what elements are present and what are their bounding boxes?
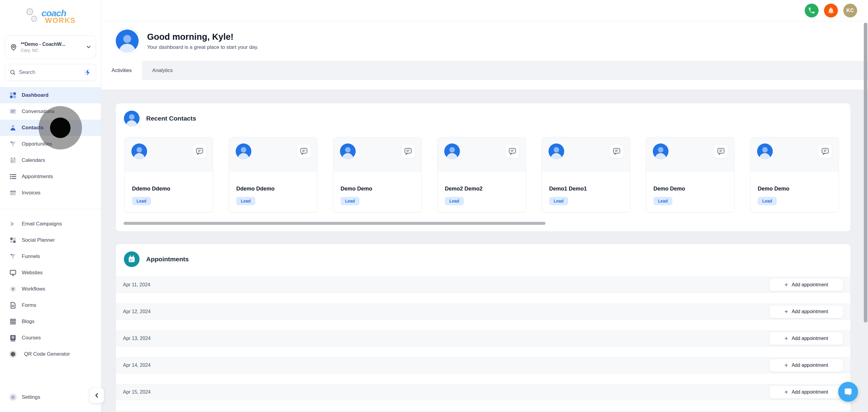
add-appointment-button[interactable]: +Add appointment — [769, 332, 843, 345]
contact-avatar — [131, 144, 147, 159]
logo-coach-text: coach — [41, 9, 76, 17]
sidebar-item-dashboard[interactable]: Dashboard — [0, 87, 101, 103]
contact-card[interactable]: Demo Demo Lead — [646, 137, 735, 213]
add-appointment-label: Add appointment — [792, 362, 828, 368]
tab-activities[interactable]: Activities — [101, 61, 142, 80]
contact-avatar — [444, 144, 460, 159]
topbar: KC — [101, 0, 868, 21]
horizontal-scrollbar[interactable] — [124, 222, 546, 225]
sidebar-item-label: Email Campaigns — [22, 221, 62, 227]
phone-icon — [808, 7, 815, 14]
user-avatar[interactable]: KC — [843, 4, 857, 18]
contact-card[interactable]: Demo1 Demo1 Lead — [541, 137, 630, 213]
appointment-date: Apr 12, 2024 — [123, 309, 151, 314]
add-appointment-button[interactable]: +Add appointment — [769, 278, 843, 291]
sidebar-item-label: Social Planner — [22, 237, 55, 243]
location-city: Cary, NC — [21, 48, 83, 53]
chat-bubble-icon — [195, 147, 204, 156]
contact-card[interactable]: Demo2 Demo2 Lead — [437, 137, 526, 213]
status-badge: Lead — [549, 197, 568, 205]
message-contact-button[interactable] — [192, 144, 207, 159]
qr-burst-icon — [9, 350, 17, 358]
location-name: **Demo - CoachW... — [21, 41, 83, 47]
phone-button[interactable] — [805, 4, 818, 18]
message-contact-button[interactable] — [818, 144, 832, 159]
vertical-scrollbar[interactable] — [864, 23, 867, 322]
sidebar-item-calendars[interactable]: Calendars — [0, 152, 101, 168]
chat-bubble-icon — [404, 147, 412, 156]
plus-icon: + — [784, 282, 788, 288]
sidebar-item-label: Settings — [22, 394, 40, 400]
sidebar: ⚙⚙ coach WORKS **Demo - CoachW... Cary, … — [0, 0, 101, 412]
sidebar-item-label: Websites — [22, 270, 43, 276]
contact-card[interactable]: Demo Demo Lead — [750, 137, 839, 213]
sidebar-item-label: Contacts — [22, 125, 44, 131]
message-contact-button[interactable] — [714, 144, 728, 159]
sidebar-item-blogs[interactable]: Blogs — [0, 313, 101, 330]
nav-divider — [0, 209, 101, 209]
add-appointment-label: Add appointment — [792, 309, 828, 314]
add-appointment-label: Add appointment — [792, 336, 828, 341]
sidebar-item-forms[interactable]: Forms — [0, 297, 101, 313]
recent-contacts-panel: Recent Contacts Ddemo Ddemo Lead Ddemo D… — [116, 103, 850, 231]
funnel-icon — [9, 140, 17, 148]
sidebar-item-appointments[interactable]: Appointments — [0, 168, 101, 185]
plus-icon: + — [784, 389, 788, 395]
chat-bubble-icon — [821, 147, 830, 156]
contact-name: Demo Demo — [758, 186, 838, 192]
sidebar-item-funnels[interactable]: Funnels — [0, 248, 101, 265]
sidebar-item-opportunities[interactable]: Opportunities — [0, 136, 101, 152]
status-badge: Lead — [445, 197, 464, 205]
sidebar-item-contacts[interactable]: Contacts — [0, 120, 101, 136]
notifications-button[interactable] — [824, 4, 838, 18]
contact-card[interactable]: Ddemo Ddemo Lead — [124, 137, 213, 213]
contact-card[interactable]: Ddemo Ddemo Lead — [229, 137, 317, 213]
monitor-icon — [9, 269, 17, 277]
sidebar-item-label: Blogs — [22, 319, 35, 325]
sidebar-item-label: Courses — [22, 335, 41, 341]
add-appointment-button[interactable]: +Add appointment — [769, 385, 843, 399]
contact-name: Ddemo Ddemo — [236, 186, 317, 192]
sidebar-item-email-campaigns[interactable]: Email Campaigns — [0, 216, 101, 232]
grid-icon — [9, 236, 17, 244]
book-globe-icon — [9, 334, 17, 342]
sidebar-item-conversations[interactable]: Conversations — [0, 103, 101, 120]
quick-actions-bolt-icon[interactable] — [84, 68, 92, 76]
status-badge: Lead — [132, 197, 151, 205]
sidebar-collapse-button[interactable] — [89, 388, 104, 403]
add-appointment-label: Add appointment — [792, 282, 828, 288]
sidebar-item-settings[interactable]: Settings — [0, 389, 101, 405]
chat-widget-icon — [843, 387, 853, 397]
chat-widget-button[interactable] — [838, 382, 858, 402]
sidebar-item-label: Funnels — [22, 253, 40, 259]
message-contact-button[interactable] — [401, 144, 415, 159]
status-badge: Lead — [653, 197, 673, 205]
contact-card[interactable]: Demo Demo Lead — [333, 137, 422, 213]
sidebar-nav: Dashboard Conversations Contacts Opportu… — [0, 87, 101, 362]
sidebar-item-invoices[interactable]: Invoices — [0, 185, 101, 201]
message-contact-button[interactable] — [610, 144, 624, 159]
add-appointment-label: Add appointment — [792, 389, 828, 395]
add-appointment-button[interactable]: +Add appointment — [769, 305, 843, 318]
sidebar-item-qr-code-generator[interactable]: QR Code Generator — [0, 346, 101, 362]
sidebar-item-courses[interactable]: Courses — [0, 330, 101, 346]
status-badge: Lead — [236, 197, 255, 205]
sidebar-item-social-planner[interactable]: Social Planner — [0, 232, 101, 248]
sidebar-item-workflows[interactable]: Workflows — [0, 281, 101, 297]
gears-icon: ⚙⚙ — [25, 7, 41, 25]
lines-icon — [9, 318, 17, 325]
add-appointment-button[interactable]: +Add appointment — [769, 359, 843, 372]
contacts-section-icon — [124, 110, 140, 126]
appointments-section-icon — [124, 251, 140, 267]
funnel-icon — [9, 253, 17, 260]
search-input[interactable] — [19, 69, 81, 75]
location-selector[interactable]: **Demo - CoachW... Cary, NC — [5, 36, 96, 59]
message-contact-button[interactable] — [297, 144, 311, 159]
tab-analytics[interactable]: Analytics — [142, 61, 183, 80]
message-contact-button[interactable] — [505, 144, 520, 159]
chat-bubble-icon — [299, 147, 308, 156]
appointment-date: Apr 13, 2024 — [123, 336, 151, 341]
chat-bubble-icon — [508, 147, 517, 156]
sidebar-item-websites[interactable]: Websites — [0, 265, 101, 281]
appointment-date: Apr 11, 2024 — [123, 282, 150, 288]
